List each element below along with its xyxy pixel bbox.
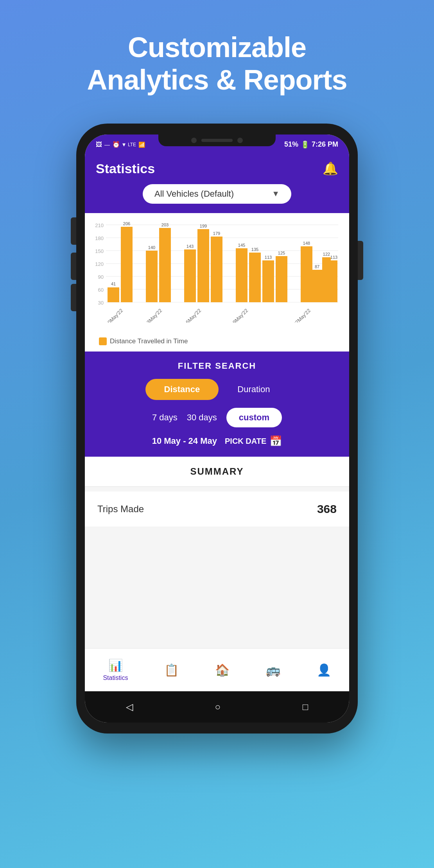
svg-text:206: 206 <box>123 221 130 226</box>
filter-search-section: FILTER SEARCH Distance Duration 7 days 3… <box>85 352 349 457</box>
svg-text:150: 150 <box>95 248 104 254</box>
sensor-dot <box>237 138 243 143</box>
svg-text:203: 203 <box>161 222 169 227</box>
svg-text:22May'22: 22May'22 <box>292 307 312 322</box>
svg-rect-24 <box>197 229 209 302</box>
svg-text:41: 41 <box>111 282 116 286</box>
pick-date-label: PICK DATE <box>225 437 266 446</box>
chart-legend: Distance Travelled in Time <box>91 337 343 345</box>
svg-rect-16 <box>121 227 133 302</box>
svg-rect-40 <box>322 257 331 302</box>
nav-statistics-label: Statistics <box>103 674 128 681</box>
svg-rect-20 <box>159 228 171 302</box>
legend-color-box <box>99 337 107 345</box>
svg-text:210: 210 <box>95 222 104 228</box>
svg-text:145: 145 <box>238 243 245 247</box>
svg-rect-32 <box>262 260 274 302</box>
svg-text:10May'22: 10May'22 <box>104 307 124 322</box>
status-minus-icon: — <box>104 142 110 148</box>
nav-reports[interactable]: 📋 <box>164 663 179 677</box>
camera-dot <box>191 138 197 143</box>
status-alarm-icon: ⏰ <box>112 141 120 148</box>
date-options: 7 days 30 days custom <box>96 408 338 427</box>
filter-tab-distance[interactable]: Distance <box>145 379 219 400</box>
svg-rect-38 <box>312 270 323 302</box>
trips-label: Trips Made <box>97 504 144 515</box>
svg-text:199: 199 <box>200 224 207 228</box>
svg-text:135: 135 <box>251 247 258 252</box>
svg-text:113: 113 <box>330 255 337 260</box>
svg-text:16May'22: 16May'22 <box>183 307 202 322</box>
chart-container: 30 60 90 120 150 180 210 41 206 <box>85 213 349 352</box>
filter-tabs: Distance Duration <box>96 379 338 400</box>
status-wifi-icon: ▾ <box>122 141 126 148</box>
bottom-nav: 📊 Statistics 📋 🏠 🚌 👤 <box>85 648 349 691</box>
svg-text:19May'22: 19May'22 <box>230 307 249 322</box>
reports-icon: 📋 <box>164 663 179 677</box>
speaker-slot <box>201 139 233 142</box>
legend-label: Distance Travelled in Time <box>110 337 188 345</box>
status-lte-icon: LTE <box>128 142 136 147</box>
stats-icon: 📊 <box>108 658 123 672</box>
phone-screen: 🖼 — ⏰ ▾ LTE 📶 51% 🔋 7:26 PM Statistics 🔔 <box>85 135 349 723</box>
date-range-row: 10 May - 24 May PICK DATE 📅 <box>96 435 338 447</box>
svg-text:13May'22: 13May'22 <box>143 307 163 322</box>
svg-text:90: 90 <box>98 274 104 280</box>
svg-rect-22 <box>184 249 196 302</box>
page-title: Statistics <box>96 161 155 176</box>
svg-text:122: 122 <box>323 252 330 256</box>
nav-vehicles[interactable]: 🚌 <box>266 663 280 677</box>
notification-bell-icon[interactable]: 🔔 <box>323 161 338 176</box>
battery-percent: 51% <box>284 140 298 149</box>
svg-rect-34 <box>276 256 287 302</box>
option-custom[interactable]: custom <box>226 408 282 427</box>
nav-statistics[interactable]: 📊 Statistics <box>103 658 128 681</box>
svg-rect-14 <box>108 287 119 302</box>
nav-home[interactable]: 🏠 <box>215 663 230 677</box>
svg-text:148: 148 <box>303 241 310 246</box>
chevron-down-icon: ▼ <box>272 189 280 198</box>
svg-text:180: 180 <box>95 235 104 241</box>
home-icon: 🏠 <box>215 663 230 677</box>
trips-value: 368 <box>317 502 337 516</box>
bus-icon: 🚌 <box>266 663 280 677</box>
svg-text:140: 140 <box>148 245 155 250</box>
svg-rect-18 <box>146 251 158 302</box>
svg-rect-26 <box>211 237 222 302</box>
date-range-display: 10 May - 24 May <box>152 436 217 446</box>
option-30days[interactable]: 30 days <box>187 412 217 423</box>
svg-rect-28 <box>236 248 247 302</box>
vehicle-selector-label: All Vehicles (Default) <box>154 189 234 199</box>
status-right: 51% 🔋 7:26 PM <box>284 140 338 149</box>
status-img-icon: 🖼 <box>96 141 102 148</box>
nav-profile[interactable]: 👤 <box>317 663 331 677</box>
filter-title: FILTER SEARCH <box>96 361 338 371</box>
filter-tab-duration[interactable]: Duration <box>219 379 289 400</box>
android-nav-bar: ◁ ○ □ <box>85 691 349 723</box>
phone-mockup: 🖼 — ⏰ ▾ LTE 📶 51% 🔋 7:26 PM Statistics 🔔 <box>76 124 358 733</box>
recents-button[interactable]: □ <box>303 701 308 712</box>
svg-rect-36 <box>301 246 312 302</box>
vehicle-selector-button[interactable]: All Vehicles (Default) ▼ <box>143 184 291 204</box>
person-icon: 👤 <box>317 663 331 677</box>
vehicle-dropdown-container: All Vehicles (Default) ▼ <box>85 184 349 213</box>
svg-text:179: 179 <box>213 231 220 236</box>
home-button[interactable]: ○ <box>215 701 221 712</box>
status-left: 🖼 — ⏰ ▾ LTE 📶 <box>96 141 145 148</box>
summary-row-trips: Trips Made 368 <box>85 491 349 527</box>
bar-chart: 30 60 90 120 150 180 210 41 206 <box>91 221 343 323</box>
status-signal-icon: 📶 <box>138 142 145 148</box>
svg-text:143: 143 <box>187 244 194 249</box>
option-7days[interactable]: 7 days <box>152 412 178 423</box>
battery-icon: 🔋 <box>301 140 309 149</box>
summary-title: SUMMARY <box>85 457 349 487</box>
svg-text:125: 125 <box>278 251 285 255</box>
chart-area: 30 60 90 120 150 180 210 41 206 <box>91 221 343 334</box>
svg-rect-42 <box>330 260 337 302</box>
calendar-icon: 📅 <box>269 435 282 447</box>
svg-text:60: 60 <box>98 287 104 293</box>
svg-text:87: 87 <box>315 264 319 269</box>
back-button[interactable]: ◁ <box>126 701 133 712</box>
hero-title: CustomizableAnalytics & Reports <box>87 31 347 96</box>
pick-date-button[interactable]: PICK DATE 📅 <box>225 435 282 447</box>
